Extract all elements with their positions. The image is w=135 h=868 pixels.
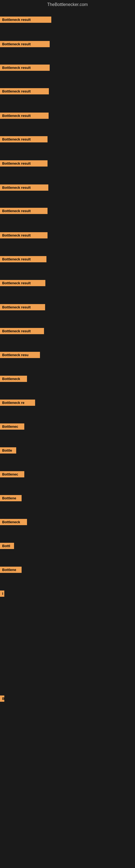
bottleneck-item-25[interactable]: I [0, 590, 4, 598]
site-title: TheBottlenecker.com [0, 0, 135, 9]
bottleneck-badge-8: Bottleneck result [0, 184, 48, 191]
bottleneck-item-17[interactable]: Bottleneck re [0, 400, 35, 407]
bottleneck-item-3[interactable]: Bottleneck result [0, 65, 50, 72]
bottleneck-badge-17: Bottleneck re [0, 400, 35, 406]
bottleneck-badge-23: Bottl [0, 543, 14, 549]
bottleneck-item-2[interactable]: Bottleneck result [0, 41, 50, 48]
bottleneck-item-24[interactable]: Bottlene [0, 567, 21, 574]
bottleneck-item-20[interactable]: Bottlenec [0, 471, 24, 478]
bottleneck-item-19[interactable]: Bottle [0, 447, 16, 455]
bottleneck-item-13[interactable]: Bottleneck result [0, 304, 45, 311]
bottleneck-badge-18: Bottlenec [0, 424, 24, 430]
bottleneck-item-15[interactable]: Bottleneck resu [0, 352, 40, 359]
bottleneck-badge-21: Bottlene [0, 495, 21, 501]
bottleneck-item-18[interactable]: Bottlenec [0, 424, 24, 431]
bottleneck-item-12[interactable]: Bottleneck result [0, 280, 45, 287]
bottleneck-badge-26: B [0, 695, 4, 702]
bottleneck-item-8[interactable]: Bottleneck result [0, 184, 48, 192]
bottleneck-item-22[interactable]: Bottleneck [0, 519, 27, 526]
bottleneck-badge-24: Bottlene [0, 567, 21, 573]
bottleneck-badge-4: Bottleneck result [0, 88, 49, 94]
bottleneck-item-14[interactable]: Bottleneck result [0, 328, 44, 335]
bottleneck-badge-11: Bottleneck result [0, 256, 46, 262]
bottleneck-badge-19: Bottle [0, 447, 16, 454]
bottleneck-badge-7: Bottleneck result [0, 160, 48, 166]
bottleneck-item-21[interactable]: Bottlene [0, 495, 21, 502]
bottleneck-item-23[interactable]: Bottl [0, 543, 14, 550]
bottleneck-item-7[interactable]: Bottleneck result [0, 160, 48, 167]
bottleneck-badge-1: Bottleneck result [0, 17, 51, 23]
bottleneck-badge-13: Bottleneck result [0, 304, 45, 310]
bottleneck-badge-2: Bottleneck result [0, 41, 50, 47]
bottleneck-badge-14: Bottleneck result [0, 328, 44, 334]
bottleneck-badge-20: Bottlenec [0, 471, 24, 477]
bottleneck-item-10[interactable]: Bottleneck result [0, 232, 48, 240]
bottleneck-item-5[interactable]: Bottleneck result [0, 113, 49, 120]
bottleneck-badge-5: Bottleneck result [0, 113, 49, 119]
bottleneck-badge-6: Bottleneck result [0, 136, 48, 143]
bottleneck-item-16[interactable]: Bottleneck [0, 376, 27, 383]
bottleneck-item-6[interactable]: Bottleneck result [0, 136, 48, 144]
bottleneck-badge-3: Bottleneck result [0, 65, 50, 71]
bottleneck-item-4[interactable]: Bottleneck result [0, 88, 49, 95]
bottleneck-badge-9: Bottleneck result [0, 208, 48, 214]
bottleneck-badge-10: Bottleneck result [0, 232, 48, 239]
bottleneck-item-26[interactable]: B [0, 695, 4, 703]
bottleneck-badge-15: Bottleneck resu [0, 352, 40, 358]
bottleneck-badge-22: Bottleneck [0, 519, 27, 525]
bottleneck-badge-16: Bottleneck [0, 376, 27, 382]
bottleneck-item-11[interactable]: Bottleneck result [0, 256, 46, 264]
bottleneck-badge-25: I [0, 590, 4, 597]
bottleneck-item-1[interactable]: Bottleneck result [0, 17, 51, 24]
bottleneck-item-9[interactable]: Bottleneck result [0, 208, 48, 215]
bottleneck-badge-12: Bottleneck result [0, 280, 45, 286]
